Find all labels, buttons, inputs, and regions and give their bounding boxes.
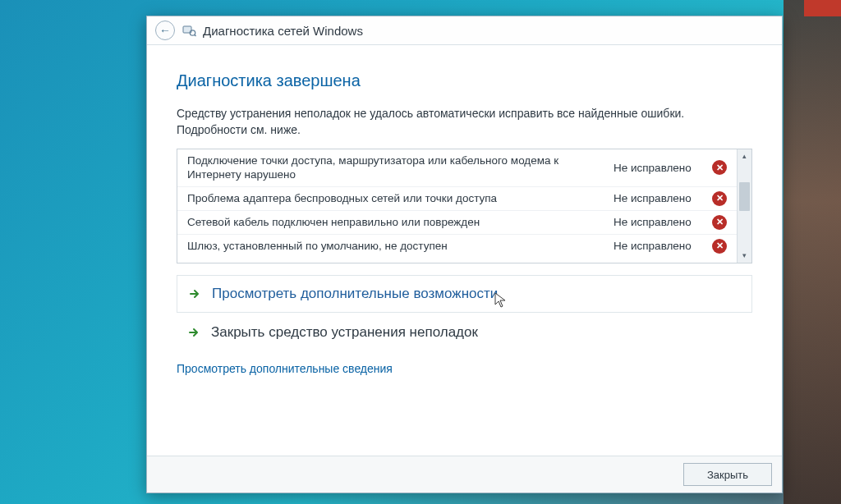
svg-line-2 [195,34,196,36]
error-icon: ✕ [712,191,727,206]
error-icon: ✕ [712,160,727,175]
scroll-down-icon[interactable]: ▾ [738,249,751,263]
issue-row[interactable]: Шлюз, установленный по умолчанию, не дос… [177,234,737,258]
explore-options-action[interactable]: Просмотреть дополнительные возможности [177,275,752,313]
issues-list: Подключение точки доступа, маршрутизатор… [177,149,737,263]
troubleshooter-window: ← Диагностика сетей Windows Диагностика … [146,16,783,493]
main-heading: Диагностика завершена [177,71,752,90]
window-header: ← Диагностика сетей Windows [147,16,782,45]
close-window-button-parent[interactable] [804,0,841,16]
issue-description: Шлюз, установленный по умолчанию, не дос… [187,239,605,254]
issues-list-box: Подключение точки доступа, маршрутизатор… [177,149,752,263]
arrow-right-icon [188,327,200,338]
issue-status: Не исправлено [614,240,704,252]
arrow-right-icon [189,288,200,300]
explore-options-label: Просмотреть дополнительные возможности [212,286,498,302]
issue-row[interactable]: Проблема адаптера беспроводных сетей или… [177,186,737,210]
issue-description: Проблема адаптера беспроводных сетей или… [187,191,605,206]
scroll-thumb[interactable] [739,182,750,211]
back-button[interactable]: ← [155,21,175,40]
error-icon: ✕ [712,215,727,230]
back-arrow-icon: ← [159,25,171,36]
error-icon: ✕ [712,239,727,254]
close-button[interactable]: Закрыть [683,463,772,486]
issue-status: Не исправлено [614,192,704,204]
issue-row[interactable]: Подключение точки доступа, маршрутизатор… [177,149,737,186]
main-subtext: Средству устранения неполадок не удалось… [177,105,752,139]
issue-status: Не исправлено [614,162,704,174]
issue-status: Не исправлено [614,216,704,228]
scroll-up-icon[interactable]: ▴ [738,149,751,163]
issue-description: Подключение точки доступа, маршрутизатор… [187,153,605,182]
window-title: Диагностика сетей Windows [203,24,363,38]
window-content: Диагностика завершена Средству устранени… [147,45,782,456]
desktop-background: ← Диагностика сетей Windows Диагностика … [0,0,841,504]
close-troubleshooter-action[interactable]: Закрыть средство устранения неполадок [177,316,752,341]
issue-row[interactable]: Сетевой кабель подключен неправильно или… [177,210,737,234]
close-button-label: Закрыть [707,469,748,481]
scrollbar[interactable]: ▴ ▾ [737,149,751,263]
close-troubleshooter-label: Закрыть средство устранения неполадок [211,324,478,341]
view-details-link[interactable]: Просмотреть дополнительные сведения [177,362,393,375]
diagnostics-icon [182,23,196,38]
window-footer: Закрыть [147,456,782,493]
issue-description: Сетевой кабель подключен неправильно или… [187,215,605,230]
